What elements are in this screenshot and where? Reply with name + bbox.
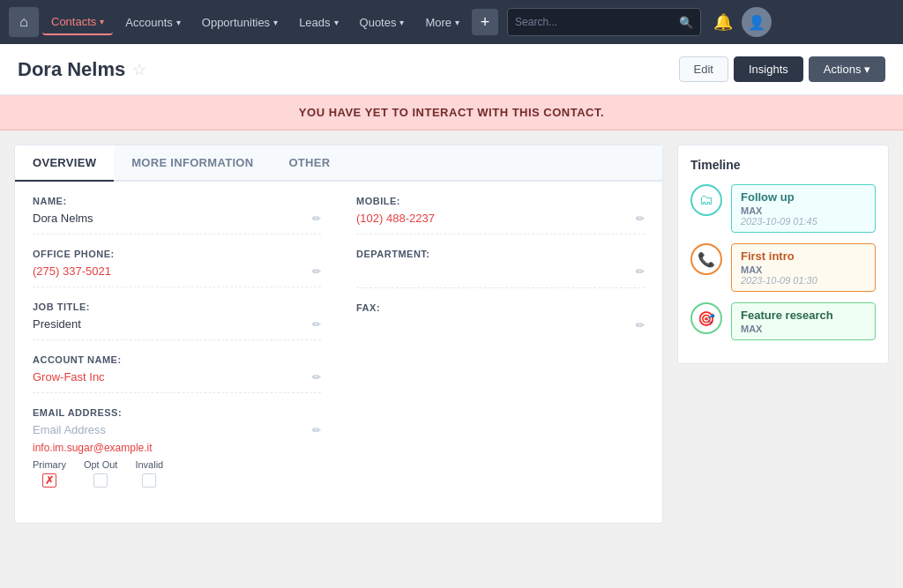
office-phone-edit-icon[interactable]: ✏ (312, 265, 321, 278)
name-edit-icon[interactable]: ✏ (312, 212, 321, 225)
insights-button[interactable]: Insights (734, 56, 803, 82)
followup-title: Follow up (741, 190, 866, 204)
favorite-star-icon[interactable]: ☆ (132, 60, 146, 79)
tab-other[interactable]: OTHER (271, 145, 347, 182)
field-account-name: ACCOUNT NAME: Grow-Fast Inc ✏ (33, 354, 321, 393)
leads-label: Leads (299, 16, 330, 29)
followup-user: MAX (741, 205, 866, 216)
fax-value-row: ✏ (356, 316, 645, 334)
user-avatar[interactable]: 👤 (742, 7, 772, 37)
optout-checkbox[interactable] (93, 473, 108, 488)
field-job-title: JOB TITLE: President ✏ (33, 301, 321, 340)
right-column: MOBILE: (102) 488-2237 ✏ DEPARTMENT: ✏ F… (356, 196, 645, 509)
office-phone-value-row: (275) 337-5021 ✏ (33, 263, 321, 279)
timeline-item-featureresearch: 🎯 Feature research MAX (690, 302, 876, 340)
notifications-button[interactable]: 🔔 (708, 7, 738, 37)
left-column: NAME: Dora Nelms ✏ OFFICE PHONE: (275) 3… (33, 196, 321, 509)
quotes-dropdown-arrow: ▾ (399, 18, 404, 27)
featureresearch-icon-wrap: 🎯 (690, 302, 722, 334)
firstintro-title: First intro (741, 249, 866, 263)
office-phone-value[interactable]: (275) 337-5021 (33, 264, 111, 278)
email-checkboxes: Primary ✗ Opt Out Invalid (33, 459, 321, 488)
mobile-label: MOBILE: (356, 196, 645, 206)
accounts-label: Accounts (125, 16, 172, 29)
department-label: DEPARTMENT: (356, 249, 645, 259)
search-icon: 🔍 (679, 16, 693, 29)
tab-more-information[interactable]: MORE INFORMATION (114, 145, 271, 182)
quotes-label: Quotes (360, 16, 397, 29)
home-button[interactable]: ⌂ (9, 7, 39, 37)
name-value-row: Dora Nelms ✏ (33, 210, 321, 227)
nav-contacts[interactable]: Contacts ▾ (42, 10, 113, 35)
job-title-value: President (33, 317, 81, 331)
featureresearch-title: Feature research (741, 309, 866, 322)
account-name-value-row: Grow-Fast Inc ✏ (33, 368, 321, 385)
primary-checkbox[interactable]: ✗ (42, 473, 56, 488)
invalid-checkbox[interactable] (142, 473, 156, 488)
opportunities-label: Opportunities (202, 16, 270, 29)
add-button[interactable]: + (472, 9, 498, 35)
bell-icon: 🔔 (713, 12, 733, 32)
field-fax: FAX: ✏ (356, 302, 645, 341)
main-layout: OVERVIEW MORE INFORMATION OTHER NAME: Do… (0, 130, 903, 538)
nav-accounts[interactable]: Accounts ▾ (116, 11, 189, 34)
alert-banner: YOU HAVE YET TO INTERACT WITH THIS CONTA… (0, 95, 903, 130)
more-label: More (425, 16, 452, 29)
contacts-dropdown-arrow: ▾ (100, 17, 104, 26)
featureresearch-body[interactable]: Feature research MAX (731, 302, 876, 340)
mobile-edit-icon[interactable]: ✏ (636, 212, 645, 225)
tab-overview[interactable]: OVERVIEW (15, 145, 114, 182)
primary-label: Primary (33, 459, 66, 470)
opportunities-dropdown-arrow: ▾ (273, 18, 278, 27)
email-address-value[interactable]: info.im.sugar@example.it (33, 442, 321, 454)
nav-more[interactable]: More ▾ (416, 11, 468, 34)
nav-quotes[interactable]: Quotes ▾ (351, 11, 414, 34)
email-placeholder: Email Address (33, 423, 106, 436)
mobile-value-row: (102) 488-2237 ✏ (356, 210, 645, 227)
nav-leads[interactable]: Leads ▾ (290, 11, 347, 34)
email-label: EMAIL ADDRESS: (33, 407, 321, 418)
email-placeholder-row: Email Address ✏ (33, 421, 321, 438)
leads-dropdown-arrow: ▾ (334, 18, 339, 27)
timeline-item-firstintro: 📞 First intro MAX 2023-10-09 01:30 (690, 243, 876, 292)
field-email: EMAIL ADDRESS: Email Address ✏ info.im.s… (33, 407, 321, 495)
timeline-card: Timeline 🗂 Follow up MAX 2023-10-09 01:4… (677, 145, 889, 364)
search-input[interactable] (515, 16, 674, 28)
accounts-dropdown-arrow: ▾ (176, 18, 181, 27)
firstintro-icon-wrap: 📞 (690, 243, 722, 275)
field-name: NAME: Dora Nelms ✏ (33, 196, 321, 234)
optout-checkbox-item: Opt Out (84, 459, 118, 488)
firstintro-body[interactable]: First intro MAX 2023-10-09 01:30 (731, 243, 876, 292)
account-name-edit-icon[interactable]: ✏ (312, 371, 321, 383)
department-edit-icon[interactable]: ✏ (636, 265, 645, 278)
tabs: OVERVIEW MORE INFORMATION OTHER (15, 145, 662, 182)
followup-body[interactable]: Follow up MAX 2023-10-09 01:45 (731, 184, 876, 233)
firstintro-date: 2023-10-09 01:30 (741, 275, 866, 286)
page-header: Dora Nelms ☆ Edit Insights Actions ▾ (0, 44, 903, 95)
invalid-label: Invalid (135, 459, 163, 470)
fax-edit-icon[interactable]: ✏ (636, 319, 645, 331)
field-department: DEPARTMENT: ✏ (356, 249, 645, 288)
followup-icon: 🗂 (699, 192, 713, 208)
account-name-value[interactable]: Grow-Fast Inc (33, 370, 105, 383)
invalid-checkbox-item: Invalid (135, 459, 163, 488)
featureresearch-icon: 🎯 (698, 310, 715, 327)
name-value: Dora Nelms (33, 212, 93, 225)
name-label: NAME: (33, 196, 321, 206)
actions-button[interactable]: Actions ▾ (809, 56, 885, 82)
contact-detail-panel: OVERVIEW MORE INFORMATION OTHER NAME: Do… (14, 145, 663, 524)
nav-opportunities[interactable]: Opportunities ▾ (193, 11, 287, 34)
job-title-label: JOB TITLE: (33, 301, 321, 312)
email-edit-icon[interactable]: ✏ (312, 424, 321, 436)
department-value-row: ✏ (356, 263, 645, 280)
followup-date: 2023-10-09 01:45 (741, 216, 866, 227)
office-phone-label: OFFICE PHONE: (33, 249, 321, 259)
edit-button[interactable]: Edit (679, 56, 728, 82)
timeline-title: Timeline (690, 158, 876, 172)
job-title-value-row: President ✏ (33, 316, 321, 332)
title-row: Dora Nelms ☆ (18, 58, 146, 81)
job-title-edit-icon[interactable]: ✏ (312, 318, 321, 331)
more-dropdown-arrow: ▾ (455, 18, 459, 27)
mobile-value[interactable]: (102) 488-2237 (356, 212, 435, 225)
firstintro-user: MAX (741, 264, 866, 275)
